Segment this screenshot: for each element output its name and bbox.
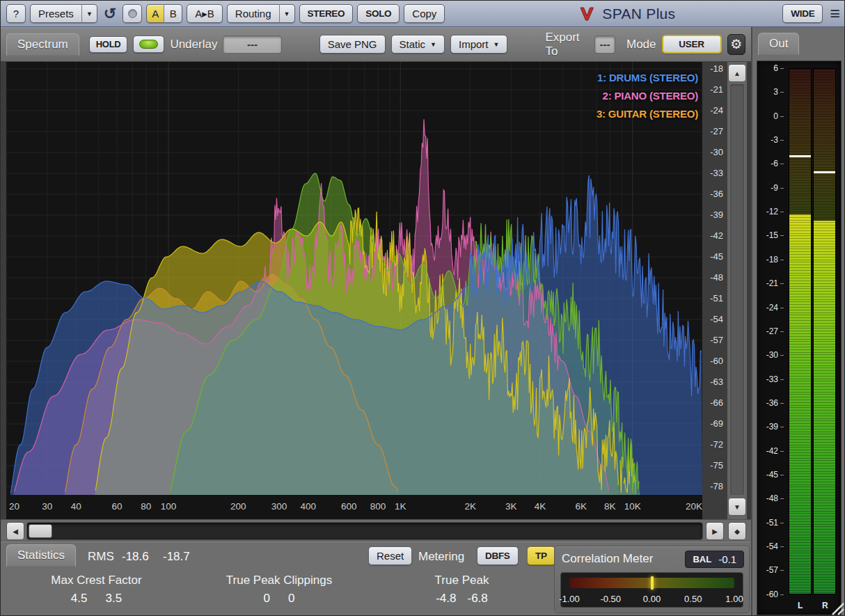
dbfs-button[interactable]: DBFS	[477, 546, 519, 565]
export-to-select[interactable]: ---	[594, 35, 615, 54]
stat-label: True Peak	[380, 574, 544, 587]
meter-scale-label: -27	[757, 327, 778, 335]
output-meter-bar-l[interactable]	[789, 68, 812, 594]
meter-scale-label: 0	[757, 112, 778, 120]
db-tick-label: -27	[710, 127, 723, 136]
scroll-left-button[interactable]: ◀	[6, 522, 24, 540]
spectrum-color-led-button[interactable]	[133, 35, 164, 53]
voxengo-logo-icon	[578, 6, 597, 22]
meter-scale-tick	[780, 68, 784, 69]
meter-scale-tick	[780, 498, 784, 499]
freq-tick-label: 20	[9, 501, 19, 512]
output-meter-bar-r[interactable]	[813, 68, 836, 594]
freq-tick-label: 100	[161, 501, 177, 512]
meter-scale-tick	[780, 546, 784, 547]
meter-scale-tick	[780, 570, 784, 571]
tab-out[interactable]: Out	[758, 33, 799, 55]
tab-statistics[interactable]: Statistics	[6, 544, 76, 567]
reset-button[interactable]: Reset	[368, 546, 412, 565]
resize-grip-icon[interactable]	[829, 600, 844, 615]
static-label: Static	[400, 38, 426, 50]
spectrum-display[interactable]	[6, 62, 702, 495]
meter-scale-label: -3	[757, 136, 778, 144]
vertical-scrollbar[interactable]: ▲ ▼	[727, 62, 747, 519]
meter-scale-tick	[780, 92, 784, 93]
db-tick-label: -36	[710, 189, 723, 199]
b-button[interactable]: B	[164, 4, 182, 23]
caret-down-icon: ▼	[430, 41, 436, 48]
hold-button[interactable]: HOLD	[89, 36, 128, 53]
meter-scale-tick	[780, 260, 784, 260]
correlation-scale-label: 0.00	[643, 594, 661, 604]
db-tick-label: -60	[710, 356, 723, 366]
legend-item: 1: DRUMS (STEREO)	[597, 69, 698, 87]
correlation-display: -1.00-0.500.000.501.00	[560, 572, 743, 608]
db-tick-label: -54	[710, 315, 723, 324]
freq-tick-label: 30	[42, 501, 52, 512]
tab-spectrum[interactable]: Spectrum	[6, 33, 79, 56]
static-dropdown-button[interactable]: Static▼	[391, 35, 445, 54]
meter-scale-tick	[780, 403, 784, 404]
db-tick-label: -57	[710, 335, 723, 345]
freq-tick-label: 3K	[505, 501, 517, 512]
db-tick-label: -75	[710, 461, 723, 471]
meter-scale-tick	[780, 308, 784, 308]
stat-value: -6.8	[468, 592, 488, 606]
channel-label: L	[798, 601, 803, 610]
a-to-b-button[interactable]: A▸B	[187, 4, 223, 23]
solo-button[interactable]: SOLO	[357, 4, 400, 23]
presets-button[interactable]: Presets	[30, 4, 82, 23]
db-tick-label: -51	[710, 294, 723, 303]
reset-view-button[interactable]: ◆	[728, 522, 746, 540]
stat-value: 3.5	[106, 592, 123, 606]
freq-tick-label: 10K	[624, 501, 641, 512]
presets-caret-button[interactable]: ▼	[82, 4, 97, 23]
led-icon	[139, 40, 158, 49]
meter-scale-label: -30	[757, 351, 778, 359]
menu-icon[interactable]: ≡	[830, 5, 840, 22]
save-png-button[interactable]: Save PNG	[319, 35, 386, 54]
underlay-select[interactable]: ---	[223, 35, 281, 54]
copy-button[interactable]: Copy	[404, 4, 445, 23]
scroll-right-button[interactable]: ▶	[706, 522, 724, 540]
arrow-up-icon: ▲	[734, 70, 741, 77]
meter-scale-label: -48	[757, 494, 778, 503]
color-swatch-button[interactable]	[123, 4, 142, 23]
routing-caret-button[interactable]: ▼	[280, 4, 295, 23]
meter-scale-tick	[780, 523, 784, 523]
diamond-icon: ◆	[734, 528, 740, 535]
gear-icon: ⚙	[730, 36, 742, 52]
vertical-scroll-track[interactable]	[730, 84, 744, 495]
import-dropdown-button[interactable]: Import▼	[450, 35, 507, 54]
scroll-up-button[interactable]: ▲	[728, 64, 746, 82]
undo-icon[interactable]: ↺	[104, 6, 116, 22]
caret-down-icon: ▼	[493, 41, 500, 48]
stat-value: 4.5	[71, 592, 88, 606]
meter-scale-tick	[780, 451, 784, 452]
db-tick-label: -18	[710, 64, 723, 74]
legend-item: 2: PIANO (STEREO)	[597, 87, 698, 105]
arrow-down-icon: ▼	[734, 503, 741, 511]
rms-value-right: -18.7	[163, 550, 190, 564]
tp-button[interactable]: TP	[527, 546, 555, 565]
arrow-left-icon: ◀	[13, 528, 18, 535]
db-tick-label: -21	[710, 85, 723, 95]
horizontal-scroll-thumb[interactable]	[29, 524, 52, 538]
wide-button[interactable]: WIDE	[782, 4, 823, 23]
scroll-down-button[interactable]: ▼	[728, 498, 746, 516]
meter-scale-label: 6	[757, 64, 778, 72]
plugin-title: SPAN Plus	[602, 6, 675, 22]
routing-button[interactable]: Routing	[227, 4, 280, 23]
ab-compare-group: A B	[146, 4, 182, 23]
db-tick-label: -39	[710, 210, 723, 220]
horizontal-scroll-track[interactable]	[26, 522, 703, 540]
correlation-bar[interactable]	[569, 578, 734, 588]
output-meter-panel: Out 630-3-6-9-12-15-18-21-24-27-30-33-36…	[751, 27, 845, 616]
settings-button[interactable]: ⚙	[727, 34, 746, 55]
help-button[interactable]: ?	[6, 4, 26, 23]
a-button[interactable]: A	[146, 4, 164, 23]
mode-user-button[interactable]: USER	[662, 35, 722, 54]
stat-max-crest-factor: Max Crest Factor 4.5 3.5	[15, 574, 178, 606]
stereo-button[interactable]: STEREO	[299, 4, 354, 23]
output-meter[interactable]: 630-3-6-9-12-15-18-21-24-27-30-33-36-39-…	[757, 61, 842, 615]
